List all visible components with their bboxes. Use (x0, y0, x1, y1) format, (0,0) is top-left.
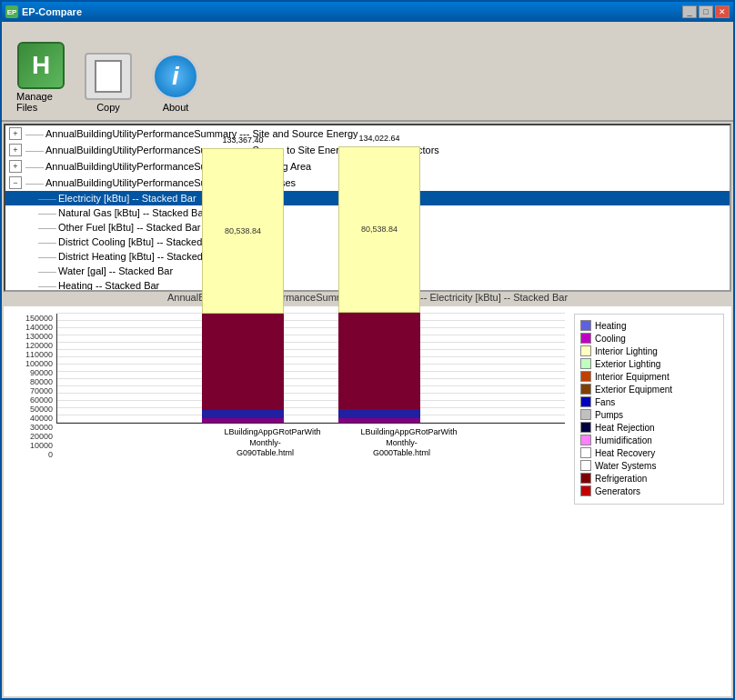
about-icon (152, 53, 199, 100)
legend-label-8: Heat Rejection (595, 423, 655, 433)
legend-label-13: Generators (595, 486, 640, 496)
legend-item-7: Pumps (580, 409, 718, 420)
tree-line: —— (38, 281, 56, 291)
tree-item-label: Natural Gas [kBtu] -- Stacked Bar (58, 207, 206, 218)
manage-files-button[interactable]: Manage Files (9, 38, 73, 116)
legend-label-2: Interior Lighting (595, 346, 658, 356)
y-axis-label: 90000 (30, 368, 53, 377)
close-button[interactable]: ✕ (715, 5, 730, 18)
tree-line: —— (38, 223, 56, 233)
tree-item-label: Electricity [kBtu] -- Stacked Bar (58, 193, 196, 204)
legend-label-4: Interior Equipment (595, 372, 670, 382)
legend-label-11: Water Systems (595, 461, 656, 471)
legend-item-1: Cooling (580, 333, 718, 344)
y-axis-label: 150000 (25, 314, 53, 323)
legend-item-8: Heat Rejection (580, 422, 718, 433)
toolbar: Manage Files Copy About (2, 22, 733, 122)
app-icon: EP (5, 5, 18, 18)
bar-base-label: 80,538.84 (225, 226, 261, 235)
chart-area: 1500001400001300001200001100001000009000… (4, 306, 731, 696)
legend-swatch-7 (580, 409, 591, 420)
x-axis-label-0: LBuildingAppGRotParWith Monthly-G090Tabl… (225, 427, 307, 459)
legend-label-5: Exterior Equipment (595, 385, 672, 395)
bar-segment-purple (202, 418, 284, 423)
y-axis-label: 130000 (25, 332, 53, 341)
tree-expander[interactable]: + (9, 127, 22, 140)
bar-total-label: 133,367.40 (222, 135, 263, 145)
legend-swatch-1 (580, 333, 591, 344)
maximize-button[interactable]: □ (699, 5, 713, 18)
main-content: +——AnnualBuildingUtilityPerformanceSumma… (2, 122, 733, 698)
legend-swatch-4 (580, 371, 591, 382)
legend-swatch-13 (580, 485, 591, 496)
plot-area: 133,367.4080,538.84134,022.6480,538.84 L… (56, 314, 565, 459)
y-axis-label: 0 (48, 450, 53, 459)
tree-item-label: District Cooling [kBtu] -- Stacked Bar (58, 236, 221, 247)
chart-container: 1500001400001300001200001100001000009000… (11, 314, 724, 689)
y-axis-label: 80000 (30, 377, 53, 386)
tree-item-label: Heating -- Stacked Bar (58, 280, 159, 291)
y-axis-label: 120000 (25, 341, 53, 350)
y-axis-label: 70000 (30, 386, 53, 395)
x-axis-label-1: LBuildingAppGRotParWith Monthly-G000Tabl… (361, 427, 443, 459)
legend-item-2: Interior Lighting (580, 345, 718, 356)
bar-0: 133,367.4080,538.84 (202, 148, 284, 423)
bar-segment-purple (338, 418, 420, 423)
title-controls: _ □ ✕ (682, 5, 730, 18)
legend-item-13: Generators (580, 485, 718, 496)
legend-label-7: Pumps (595, 410, 623, 420)
tree-expander[interactable]: + (9, 160, 22, 173)
about-label: About (163, 102, 189, 113)
legend-swatch-10 (580, 447, 591, 458)
minimize-button[interactable]: _ (682, 5, 697, 18)
bar-segment-darkred (202, 314, 284, 409)
tree-line: —— (25, 145, 44, 155)
bar-group-0: 133,367.4080,538.84 (202, 148, 284, 423)
bar-segment-yellow: 80,538.84 (338, 146, 420, 313)
main-window: EP EP-Compare _ □ ✕ Manage Files Copy (0, 0, 735, 700)
about-button[interactable]: About (144, 49, 207, 116)
window-title: EP-Compare (22, 6, 82, 17)
copy-label: Copy (96, 102, 120, 113)
manage-files-label: Manage Files (16, 91, 65, 113)
tree-line: —— (25, 178, 44, 188)
tree-expander[interactable]: − (9, 176, 22, 189)
legend-swatch-2 (580, 345, 591, 356)
y-axis-label: 10000 (30, 441, 53, 450)
tree-line: —— (38, 266, 56, 276)
legend-swatch-5 (580, 384, 591, 395)
legend-swatch-3 (580, 358, 591, 369)
legend-label-3: Exterior Lighting (595, 359, 660, 369)
bar-group-1: 134,022.6480,538.84 (338, 146, 420, 423)
y-axis-label: 110000 (25, 350, 53, 359)
legend-swatch-11 (580, 460, 591, 471)
bar-segment-darkred (338, 313, 420, 410)
y-axis-label: 60000 (30, 395, 53, 405)
legend-swatch-0 (580, 320, 591, 331)
legend-item-5: Exterior Equipment (580, 384, 718, 395)
tree-line: —— (38, 252, 56, 262)
tree-line: —— (25, 129, 44, 139)
tree-item-label: Other Fuel [kBtu] -- Stacked Bar (58, 222, 201, 233)
legend-item-6: Fans (580, 396, 718, 407)
legend-label-9: Humidification (595, 435, 652, 445)
tree-line: —— (38, 194, 56, 204)
bar-base-label: 80,538.84 (361, 225, 398, 234)
y-axis-label: 40000 (30, 414, 53, 423)
x-labels: LBuildingAppGRotParWith Monthly-G090Tabl… (56, 424, 565, 459)
legend-item-9: Humidification (580, 435, 718, 445)
legend-swatch-6 (580, 396, 591, 407)
tree-item-label: AnnualBuildingUtilityPerformanceSummary … (45, 128, 358, 139)
copy-button[interactable]: Copy (76, 49, 140, 116)
bar-1: 134,022.6480,538.84 (338, 146, 420, 423)
legend-swatch-12 (580, 473, 591, 484)
legend: HeatingCoolingInterior LightingExterior … (574, 314, 724, 505)
manage-files-icon-container (17, 42, 65, 89)
legend-label-10: Heat Recovery (595, 448, 655, 458)
tree-line: —— (38, 237, 56, 247)
bar-total-label: 134,022.64 (358, 134, 399, 143)
copy-icon-paper (95, 60, 122, 93)
tree-item-label: District Heating [kBtu] -- Stacked Bar (58, 251, 221, 262)
legend-swatch-9 (580, 435, 591, 445)
tree-expander[interactable]: + (9, 144, 22, 156)
